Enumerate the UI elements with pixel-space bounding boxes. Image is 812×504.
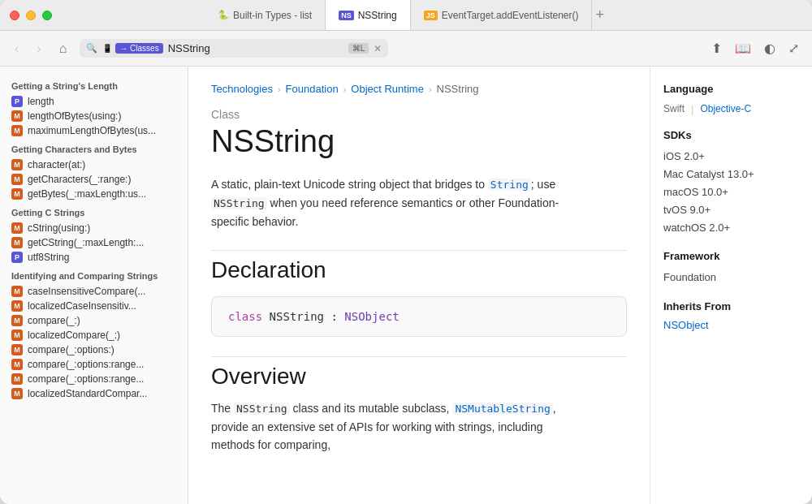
sdk-macos: macOS 10.0+ [663,183,799,201]
sidebar-item-label: localizedCompare(_:) [28,330,120,341]
property-badge: P [11,252,23,263]
list-item[interactable]: M compare(_:options:) [0,342,188,357]
list-item[interactable]: M getCString(_:maxLength:... [0,235,188,250]
add-tab-button[interactable]: + [592,6,607,24]
close-button[interactable] [10,11,19,20]
sidebar-item-label: getCString(_:maxLength:... [28,237,144,248]
bookmark-icon[interactable]: 📖 [732,37,754,59]
swift-language-button[interactable]: Swift [663,101,685,116]
method-badge: M [11,330,23,341]
sidebar-item-label: compare(_:options:) [28,344,114,355]
list-item[interactable]: P length [0,94,188,109]
method-badge: M [11,300,23,312]
sidebar-item-label: getBytes(_:maxLength:us... [28,188,146,200]
list-item[interactable]: M localizedCompare(_:) [0,328,188,342]
breadcrumb-technologies[interactable]: Technologies [211,83,273,95]
classes-badge: → Classes [115,43,162,54]
home-button[interactable]: ⌂ [54,40,72,58]
breadcrumb-sep-1: › [278,84,281,94]
list-item[interactable]: M getBytes(_:maxLength:us... [0,187,188,201]
python-icon: 🐍 [218,10,229,20]
window-icon[interactable]: ⤢ [785,37,802,59]
inherits-section-title: Inherits From [663,300,799,312]
tab-builtin-label: Built-in Types - list [233,10,312,21]
breadcrumb-objectruntime[interactable]: Object Runtime [351,83,424,95]
list-item[interactable]: M compare(_:options:range... [0,372,188,386]
list-item[interactable]: M localizedStandardCompar... [0,386,188,401]
page-title: NSString [211,124,627,159]
list-item[interactable]: M caseInsensitiveCompare(... [0,284,188,299]
property-badge: P [11,96,23,107]
forward-button[interactable]: › [32,40,45,58]
sidebar-item-label: localizedStandardCompar... [28,388,147,399]
list-item[interactable]: M lengthOfBytes(using:) [0,109,188,123]
sidebar-section-3-title: Identifying and Comparing Strings [0,265,188,284]
list-item[interactable]: M character(at:) [0,157,188,172]
display-icon[interactable]: ◐ [761,37,779,59]
nsstring-code: NSString [234,403,290,415]
sdk-tvos: tvOS 9.0+ [663,201,799,219]
minimize-button[interactable] [26,11,36,20]
content-area: Technologies › Foundation › Object Runti… [188,67,650,504]
sidebar-item-label: length [28,96,54,107]
language-section-title: Language [663,83,799,95]
toolbar-actions: ⬆ 📖 ◐ ⤢ [708,37,802,59]
method-badge: M [11,344,23,355]
sidebar-section-2-title: Getting C Strings [0,201,188,221]
breadcrumb-sep-2: › [343,84,347,94]
sdk-catalyst: Mac Catalyst 13.0+ [663,166,799,183]
clear-search-button[interactable]: ✕ [374,43,382,54]
objc-language-button[interactable]: Objective-C [700,101,751,116]
breadcrumb: Technologies › Foundation › Object Runti… [211,83,627,95]
list-item[interactable]: M getCharacters(_:range:) [0,172,188,187]
sidebar-item-label: cString(using:) [28,222,90,234]
framework-value: Foundation [663,269,799,286]
description-text-1: A static, plain-text Unicode string obje… [211,178,488,191]
list-item[interactable]: P utf8String [0,250,188,265]
class-label: Class [211,108,627,121]
search-bar[interactable]: 🔍 📱 → Classes NSString ⌘L ✕ [80,39,388,58]
keyboard-shortcut: ⌘L [348,43,369,54]
list-item[interactable]: M localizedCaseInsensitiv... [0,299,188,313]
tab-nsstring[interactable]: NS NSString [326,0,411,30]
js-icon: JS [424,11,438,20]
method-badge: M [11,237,23,248]
method-badge: M [11,286,23,297]
sidebar-item-label: character(at:) [28,159,85,170]
method-badge: M [11,388,23,399]
inherits-link[interactable]: NSObject [663,319,799,331]
list-item[interactable]: M cString(using:) [0,221,188,235]
sdk-watchos: watchOS 2.0+ [663,219,799,237]
tab-eventtarget-label: EventTarget.addEventListener() [442,10,579,21]
fullscreen-button[interactable] [42,11,52,20]
list-item[interactable]: M maximumLengthOfBytes(us... [0,123,188,138]
sidebar-item-label: compare(_:options:range... [28,373,144,385]
list-item[interactable]: M compare(_:) [0,313,188,328]
method-badge: M [11,373,23,385]
declaration-box: class NSString : NSObject [211,296,627,337]
nsmutablestring-link[interactable]: NSMutableString [452,403,552,415]
tab-bar: 🐍 Built-in Types - list NS NSString JS E… [205,0,607,30]
decl-nsstring: NSString : [270,310,345,323]
sidebar-item-label: utf8String [28,252,69,263]
method-badge: M [11,359,23,370]
toolbar: ‹ › ⌂ 🔍 📱 → Classes NSString ⌘L ✕ ⬆ 📖 ◐ … [0,31,812,67]
method-badge: M [11,110,23,122]
sidebar-item-label: localizedCaseInsensitiv... [28,300,136,312]
string-link[interactable]: String [488,179,531,191]
language-options: Swift | Objective-C [663,101,799,116]
list-item[interactable]: M compare(_:options:range... [0,357,188,372]
sdks-section-title: SDKs [663,129,799,141]
back-button[interactable]: ‹ [10,40,24,58]
breadcrumb-foundation[interactable]: Foundation [286,83,339,95]
framework-section-title: Framework [663,250,799,262]
tab-eventtarget[interactable]: JS EventTarget.addEventListener() [411,0,593,30]
sdk-ios: iOS 2.0+ [663,148,799,166]
window: 🐍 Built-in Types - list NS NSString JS E… [0,0,812,504]
ns-icon: NS [339,11,354,20]
breadcrumb-current: NSString [437,83,479,95]
method-badge: M [11,222,23,234]
share-icon[interactable]: ⬆ [708,37,725,59]
description-text-2: ; use [531,178,555,191]
tab-builtin[interactable]: 🐍 Built-in Types - list [205,0,326,30]
